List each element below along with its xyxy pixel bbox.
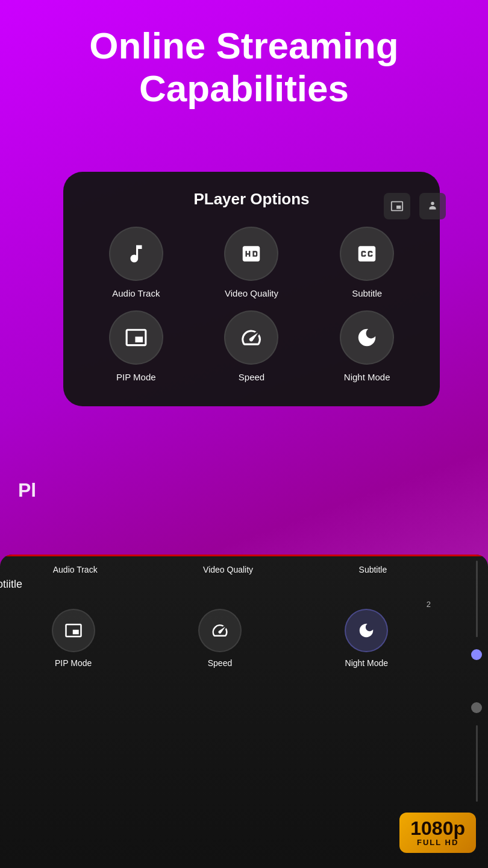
music-icon [125,242,148,265]
bottom-pip-label: PIP Mode [55,658,92,668]
pip-icon [125,326,148,349]
scrollbar-line-bottom [476,725,478,802]
option-video-quality[interactable]: Video Quality [197,227,307,298]
person-icon [426,200,439,213]
audio-track-icon-circle[interactable] [109,227,163,281]
heading-line2: Capabilities [139,68,349,109]
speed-label: Speed [239,372,264,382]
option-night-mode[interactable]: Night Mode [312,310,422,382]
bottom-speed-circle[interactable] [198,609,242,652]
bottom-speed-icon [211,621,229,640]
resolution-quality: FULL HD [410,838,465,847]
scrollbar-line-top [476,561,478,637]
hq-icon [240,242,263,265]
bottom-pip-mode[interactable]: PIP Mode [46,597,101,680]
speed-icon [240,326,263,349]
bottom-night-circle[interactable] [345,609,388,652]
option-pip-mode[interactable]: PIP Mode [81,310,191,382]
subtitle-icon-circle[interactable] [340,227,394,281]
time-overlay: 2 [427,600,431,609]
bottom-night-label: Night Mode [345,658,389,668]
card-top-icons [384,193,446,219]
person-icon-btn[interactable] [419,193,446,219]
moon-icon [355,326,378,349]
bottom-night-mode[interactable]: Night Mode [339,597,394,680]
screen-icon [390,200,404,213]
player-options-title: PLayer Options [81,190,422,209]
bottom-moon-icon [357,621,375,640]
pip-mode-icon-circle[interactable] [109,310,163,365]
option-subtitle[interactable]: Subtitle [312,227,422,298]
cc-icon [355,242,378,265]
pip-overlay-text: Pl [18,479,36,502]
pip-mode-label: PIP Mode [116,372,156,382]
resolution-text: 1080p [410,819,465,838]
page-heading: Online Streaming Capabilities [0,24,488,110]
bottom-speed-label: Speed [208,658,232,668]
speed-icon-circle[interactable] [224,310,278,365]
scrollbar-dot-inactive [471,702,482,713]
bottom-pip-circle[interactable] [52,609,95,652]
options-grid: Audio Track Video Quality Subtitle [81,227,422,382]
bottom-subtitle-label: Subtitle [359,565,387,574]
scrollbar[interactable] [474,561,479,802]
subtitle-partial-span: oti [0,578,8,590]
heading-line1: Online Streaming [89,25,398,66]
resolution-badge: 1080p FULL HD [399,813,476,853]
video-quality-icon-circle[interactable] [224,227,278,281]
subtitle-partial-text: otiitle [0,578,22,591]
bottom-audio-track-label: Audio Track [53,565,98,574]
scrollbar-dot-active [471,649,482,660]
option-audio-track[interactable]: Audio Track [81,227,191,298]
option-speed[interactable]: Speed [197,310,307,382]
bottom-video-quality-label: Video Quality [203,565,253,574]
bottom-pip-icon [64,621,83,640]
video-quality-label: Video Quality [225,288,278,298]
bottom-speed[interactable]: Speed [192,597,248,680]
progress-bar [0,555,488,556]
subtitle-label: Subtitle [352,288,382,298]
night-mode-label: Night Mode [344,372,390,382]
audio-track-label: Audio Track [112,288,160,298]
screen-icon-btn[interactable] [384,193,410,219]
night-mode-icon-circle[interactable] [340,310,394,365]
